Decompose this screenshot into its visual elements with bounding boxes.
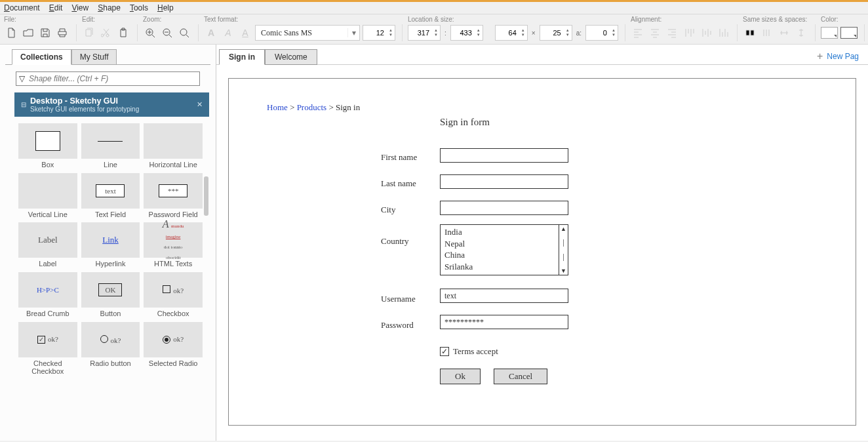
collection-header[interactable]: ⊟ Desktop - Sketchy GUI Sketchy GUI elem… [14,92,209,117]
align-center-icon[interactable] [648,26,662,40]
align-left-icon[interactable] [631,26,645,40]
align-bottom-icon[interactable] [716,26,730,40]
menu-tools[interactable]: Tools [130,3,148,12]
align-top-icon[interactable] [682,26,696,40]
location-group-label: Location & size: [408,16,618,23]
dist-horiz-icon[interactable] [777,26,791,40]
plus-icon: + [817,50,823,62]
collapse-icon[interactable]: ⊟ [21,101,26,108]
shape-item[interactable]: ok?Selected Radio [144,322,203,376]
zoom-in-icon[interactable] [143,26,157,40]
underline-icon[interactable]: A [238,26,252,40]
button-ok[interactable]: Ok [440,369,481,384]
text-color-icon[interactable]: A [204,26,218,40]
shape-item[interactable]: ✓ok?Checked Checkbox [18,322,77,376]
align-right-icon[interactable] [665,26,679,40]
shape-item[interactable]: textText Field [81,173,140,219]
same-width-icon[interactable] [743,26,757,40]
color-group-label: Color: [821,16,858,23]
size-w-input[interactable]: ▲▼ [495,25,528,41]
shape-item[interactable]: LinkHyperlink [81,222,140,268]
shape-item[interactable]: ok?Radio button [81,322,140,376]
new-page-button[interactable]: + New Pag [817,50,859,62]
size-h-input[interactable]: ▲▼ [540,25,572,41]
shape-item[interactable]: Box [18,123,77,169]
cut-icon[interactable] [99,26,113,40]
copy-icon[interactable] [82,26,96,40]
menu-help[interactable]: Help [157,3,174,12]
shape-item[interactable]: Line [81,123,140,169]
same-height-icon[interactable] [760,26,774,40]
zoom-reset-icon[interactable] [177,26,191,40]
shape-caption: Button [81,310,140,318]
file-group-label: File: [4,16,69,23]
listbox-country[interactable]: IndiaNepalChinaSrilanka ▲││▼ [440,224,568,275]
canvas[interactable]: Home > Products > Sign in Sign in form F… [228,78,856,426]
align-middle-icon[interactable] [699,26,713,40]
close-collection-icon[interactable]: ✕ [197,100,203,109]
menu-edit[interactable]: Edit [49,3,63,12]
scrollbar-thumb[interactable] [204,176,208,216]
pos-x-input[interactable]: ▲▼ [408,25,441,41]
tab-mystuff[interactable]: My Stuff [71,49,117,65]
font-size-input[interactable]: ▲▼ [363,25,395,41]
page-tab-signin[interactable]: Sign in [219,49,265,65]
shape-item[interactable]: LabelLabel [18,222,77,268]
checkbox-terms[interactable]: ✓ Terms accept [440,346,498,357]
dist-vert-icon[interactable] [794,26,808,40]
zoom-out-icon[interactable] [160,26,174,40]
button-cancel[interactable]: Cancel [494,369,547,384]
menu-view[interactable]: View [71,3,89,12]
country-option[interactable]: India [444,226,555,238]
shape-caption: Bread Crumb [18,310,77,318]
work-area: Sign in Welcome + New Pag Home > Product… [216,45,868,441]
shape-item[interactable]: ok?Checkbox [144,272,203,318]
tab-collections[interactable]: Collections [12,49,71,65]
checkmark-icon: ✓ [440,347,449,356]
shape-item[interactable]: Horizontal Line [144,123,203,169]
shape-item[interactable]: OKButton [81,272,140,318]
country-option[interactable]: Srilanka [444,261,555,273]
shape-caption: Radio button [81,359,140,368]
shape-item[interactable]: Vertical Line [18,173,77,219]
shape-item[interactable]: H>P>CBread Crumb [18,272,77,318]
open-file-icon[interactable] [21,26,35,40]
shape-item[interactable]: ***Password Field [144,173,203,219]
edit-group-label: Edit: [82,16,130,23]
paste-icon[interactable] [116,26,130,40]
new-file-icon[interactable] [4,26,18,40]
listbox-scrollbar[interactable]: ▲││▼ [559,225,568,275]
shape-item[interactable]: A munduimaginedoi tonntoobociditHTML Tex… [144,222,203,268]
input-firstname[interactable] [440,148,568,163]
input-password[interactable]: ********** [440,315,568,329]
shape-caption: Hyperlink [81,260,140,268]
italic-icon[interactable]: A [221,26,235,40]
breadcrumb[interactable]: Home > Products > Sign in [267,102,360,113]
country-option[interactable]: Nepal [444,238,555,250]
angle-input[interactable]: ▲▼ [585,25,618,41]
input-username[interactable]: text [440,289,568,303]
font-select[interactable]: Comic Sans MS ▾ [255,25,360,41]
pos-y-input[interactable]: ▲▼ [450,25,483,41]
svg-point-2 [180,29,187,35]
shape-filter-input[interactable] [28,73,197,84]
text-group-label: Text format: [204,16,395,23]
print-icon[interactable] [55,26,69,40]
menu-shape[interactable]: Shape [98,3,121,12]
save-file-icon[interactable] [38,26,52,40]
collections-scroll[interactable]: ⊟ Desktop - Sketchy GUI Sketchy GUI elem… [14,92,209,441]
input-city[interactable] [440,201,568,215]
menu-document[interactable]: Document [4,3,40,12]
shape-filter[interactable]: ▽ [16,71,200,86]
shape-caption: Horizontal Line [144,161,203,169]
stroke-color-well[interactable] [840,27,858,39]
page-tab-welcome[interactable]: Welcome [265,49,317,65]
same-group-label: Same sizes & spaces: [743,16,808,23]
toolbar: File: Edit: Zoom: Text format: A A A [0,14,868,45]
label-firstname: First name [381,152,417,163]
input-lastname[interactable] [440,174,568,189]
country-option[interactable]: China [444,249,555,261]
zoom-group-label: Zoom: [143,16,191,23]
label-username: Username [381,294,416,304]
fill-color-well[interactable] [821,27,838,39]
